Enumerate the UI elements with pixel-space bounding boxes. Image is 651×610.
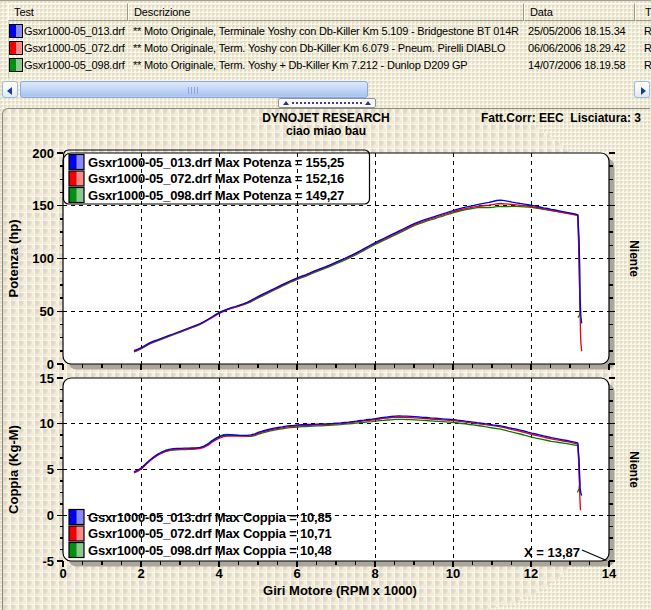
table-row[interactable]: Gsxr1000-05_013.drf ** Moto Originale, T… <box>8 23 651 40</box>
y-tick-label: 100 <box>32 251 54 266</box>
right-axis-label: Niente <box>627 451 641 488</box>
x-tick-label: 0 <box>59 566 66 581</box>
x-axis-title: Giri Motore (RPM x 1000) <box>263 583 417 598</box>
run-extra: R <box>644 42 651 54</box>
dyno-charts[interactable]: 050100150200Potenza (hp)NienteGsxr1000-0… <box>0 109 651 610</box>
y-tick-label: 50 <box>40 304 54 319</box>
scrollbar-thumb[interactable] <box>20 81 368 98</box>
run-color-swatch <box>9 41 23 55</box>
scroll-right-icon <box>641 87 646 95</box>
run-file: Gsxr1000-05_098.drf <box>24 59 128 71</box>
x-tick-label: 4 <box>215 566 223 581</box>
splitter-handle[interactable] <box>278 98 376 108</box>
table-row[interactable]: Gsxr1000-05_072.drf ** Moto Originale, T… <box>8 40 651 57</box>
dyno-app-window: Test Descrizione Data T Gsxr1000-05_013.… <box>0 0 651 610</box>
legend-swatch-solid <box>69 155 77 170</box>
run-color-swatch <box>9 24 23 38</box>
x-tick-label: 10 <box>446 566 460 581</box>
y-tick-label: 0 <box>47 508 54 523</box>
y-tick-label: 15 <box>40 371 54 386</box>
run-file: Gsxr1000-05_072.drf <box>24 42 128 54</box>
scrollbar-grip-icon <box>188 87 199 94</box>
cursor-x-annotation: X = 13,87 <box>524 545 580 560</box>
collapse-up-icon <box>283 101 289 105</box>
scroll-left-icon <box>7 87 12 95</box>
run-desc: ** Moto Originale, Term. Yoshy + Db-Kill… <box>133 59 525 71</box>
x-tick-label: 12 <box>524 566 538 581</box>
run-date: 25/05/2006 18.15.34 <box>528 25 638 37</box>
run-file: Gsxr1000-05_013.drf <box>24 25 128 37</box>
run-desc: ** Moto Originale, Terminale Yoshy con D… <box>133 25 525 37</box>
x-tick-label: 2 <box>137 566 144 581</box>
run-date: 14/07/2006 18.19.58 <box>528 59 638 71</box>
legend-label: Gsxr1000-05_072.drf Max Coppia = 10,71 <box>88 526 332 541</box>
column-header-test[interactable]: Test <box>8 3 128 21</box>
table-row[interactable]: Gsxr1000-05_098.drf ** Moto Originale, T… <box>8 57 651 74</box>
x-tick-label: 6 <box>293 566 300 581</box>
legend-label: Gsxr1000-05_072.drf Max Potenza = 152,16 <box>88 171 344 186</box>
splitter-dots-icon <box>292 102 362 104</box>
column-header-t[interactable]: T <box>635 3 651 21</box>
column-header-data[interactable]: Data <box>524 3 635 21</box>
y-tick-label: 5 <box>47 462 54 477</box>
run-date: 06/06/2006 18.29.42 <box>528 42 638 54</box>
y-axis-title: Coppia (Kg-M) <box>6 425 21 514</box>
legend-swatch-solid <box>69 171 77 186</box>
x-tick-label: 14 <box>602 566 617 581</box>
legend-swatch-solid <box>69 543 77 558</box>
y-axis-title: Potenza (hp) <box>6 220 21 298</box>
scroll-left-button[interactable] <box>2 81 18 98</box>
y-tick-label: 10 <box>40 416 54 431</box>
y-tick-label: 150 <box>32 198 54 213</box>
legend-swatch-solid <box>69 188 77 203</box>
run-color-swatch <box>9 58 23 72</box>
legend-label: Gsxr1000-05_013.drf Max Coppia = 10,85 <box>88 510 332 525</box>
run-extra: R <box>644 59 651 71</box>
x-tick-label: 8 <box>371 566 378 581</box>
legend-label: Gsxr1000-05_013.drf Max Potenza = 155,25 <box>88 155 344 170</box>
legend-label: Gsxr1000-05_098.drf Max Potenza = 149,27 <box>88 188 344 203</box>
legend-label: Gsxr1000-05_098.drf Max Coppia = 10,48 <box>88 543 332 558</box>
scroll-right-button[interactable] <box>634 81 650 98</box>
run-extra: R <box>644 25 651 37</box>
legend-swatch-solid <box>69 510 77 525</box>
y-tick-label: 0 <box>47 357 54 372</box>
y-tick-label: -5 <box>42 554 54 569</box>
collapse-up-icon <box>365 101 371 105</box>
y-tick-label: 200 <box>32 146 54 161</box>
run-desc: ** Moto Originale, Term. Yoshy con Db-Ki… <box>133 42 525 54</box>
right-axis-label: Niente <box>627 240 641 277</box>
column-header-descrizione[interactable]: Descrizione <box>128 3 524 21</box>
legend-swatch-solid <box>69 526 77 541</box>
